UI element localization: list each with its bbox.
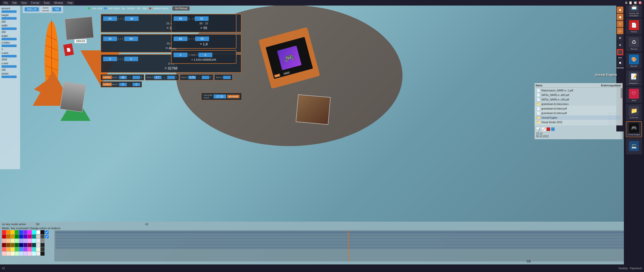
calc-input-a1[interactable] [103,16,117,21]
right-label[interactable]: right [142,7,147,10]
toolbar-icon-1[interactable]: 🖥 [625,1,628,5]
term-1-input[interactable] [119,76,127,79]
color-teal[interactable] [32,234,36,239]
color-blue[interactable] [19,230,23,234]
term-3-input[interactable] [188,76,196,79]
sidebar-icon-notepadpp[interactable]: 📝 Notepad++ [626,70,642,86]
tool-btn-3[interactable]: ▽ [617,21,623,27]
color-lightgray[interactable] [36,234,40,239]
calc-r-input-a3[interactable] [174,53,187,57]
tool-btn-6[interactable]: ✦ [617,42,623,48]
color-lightcyan[interactable] [32,239,36,243]
get-result-button[interactable]: get result [227,95,239,98]
color-lime[interactable] [15,247,19,251]
sidebar-icon-recuva[interactable]: ♻ Recuva [626,36,642,52]
width-bar[interactable] [2,27,17,30]
color-darkblue[interactable] [19,234,23,239]
calc-r-input-b1[interactable] [195,16,209,21]
taskbar-bottom-papierkorb[interactable]: Papierkorb [630,267,642,270]
sidebar-icon-avira[interactable]: 🛡 Avira [626,87,642,103]
calc-input-b2[interactable] [124,37,138,41]
hot-reload-button[interactable]: Hot Reload [172,6,189,11]
color-darkgray[interactable] [41,234,45,239]
color-yellow[interactable] [11,230,15,234]
color-darkred[interactable] [2,234,6,239]
height-bar[interactable] [2,17,17,20]
app-menu-window[interactable]: Window [52,1,65,5]
term-2-input2[interactable] [167,76,175,79]
calc-r-input-a1[interactable] [174,16,187,21]
one-color-label[interactable]: one color [92,7,102,10]
calc-input-a3[interactable] [103,57,117,61]
xaxis-bar[interactable] [2,55,17,57]
toolbar-icon-4[interactable]: 🎯 [638,1,642,5]
color-white[interactable] [36,230,40,234]
color-rose[interactable] [2,252,6,256]
color-purple[interactable] [23,230,27,234]
calc-input-a2[interactable] [103,37,117,41]
color-gray[interactable] [41,239,45,243]
toolbar-icon-3[interactable]: 🔲 [633,1,637,5]
color-charcoal[interactable] [41,247,45,251]
term-row2-confirm[interactable]: confirm [102,83,112,86]
color-babyblue[interactable] [19,252,23,256]
color-lightred[interactable] [2,239,6,243]
color-darkorange[interactable] [6,234,10,239]
sidebar-icon-pdf24[interactable]: 📄 PDF24 [626,18,642,35]
yaxis-bar[interactable] [2,65,17,68]
color-crimson[interactable] [28,243,32,247]
color-darkyellow[interactable] [11,234,15,239]
color-brown[interactable] [6,243,10,247]
tool-btn-4[interactable]: ▷ [617,28,623,34]
color-cornflower[interactable] [19,247,23,251]
term-1-input2[interactable] [133,76,140,79]
term-4-input[interactable] [223,76,231,79]
color-cyan[interactable] [32,230,36,234]
color-navy[interactable] [19,243,23,247]
term-2-plus[interactable]: + [175,76,177,79]
tool-btn-1[interactable]: ■ [617,7,623,13]
file-item-8[interactable]: 📁 Visual Studio 2022 [536,120,622,124]
file-item-3[interactable]: 📄 SATbc_NARE-e..c00.pdf [536,97,622,102]
color-silver[interactable] [36,243,40,247]
color-indigo[interactable] [23,243,27,247]
color-pink[interactable] [28,230,32,234]
color-mint[interactable] [15,252,19,256]
sidebar-icon-vscode[interactable]: 💻 [626,138,642,154]
color-amber[interactable] [6,247,10,251]
app-menu-view[interactable]: View [19,1,28,5]
app-menu-help[interactable]: Help [66,1,74,5]
app-menu-file[interactable]: File [2,1,10,5]
color-red[interactable] [2,230,6,234]
color-blush[interactable] [28,252,32,256]
color-ghost[interactable] [36,252,40,256]
color-nearblack[interactable] [41,243,45,247]
term-1-confirm[interactable]: confirm [102,76,112,79]
term-row2-input2[interactable] [133,83,140,86]
color-lightblue[interactable] [19,239,23,243]
color-darkgreen[interactable] [15,234,19,239]
color-darkteal[interactable] [32,243,36,247]
bottom-label[interactable]: bottom [127,7,135,10]
color-peach[interactable] [6,252,10,256]
trend-icon-1[interactable]: 📊 [536,127,540,131]
color-forest[interactable] [15,243,19,247]
timeline-playhead[interactable] [348,230,349,261]
term-2-input[interactable] [154,76,162,79]
calc-result-input[interactable] [214,94,226,98]
color-violet[interactable] [23,247,27,251]
color-gold[interactable] [11,247,15,251]
amount-bar[interactable] [2,10,17,13]
top-label[interactable]: top [122,7,125,10]
trend-icon-2[interactable]: 📈 [541,127,546,131]
color-darkpink[interactable] [28,234,32,239]
calc-input-b3[interactable] [124,57,138,61]
file-item-2[interactable]: 📄 SATbc_NARE-e..a00.pdf [536,93,622,97]
color-salmon[interactable] [2,247,6,251]
trend-icon-red[interactable] [547,127,550,131]
color-maroon[interactable] [2,243,6,247]
app-menu-format[interactable]: Format [29,1,41,5]
file-item-1[interactable]: 📄 Ratzensaum_NARE-e..1.pdf [536,88,622,93]
angle-bar[interactable] [2,38,17,40]
color-lightpurple[interactable] [23,239,27,243]
